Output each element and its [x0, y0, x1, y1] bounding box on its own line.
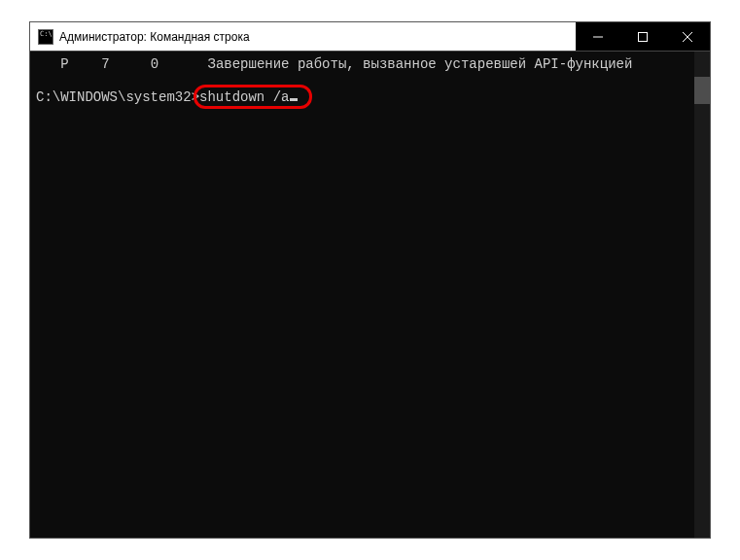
command-input[interactable]: shutdown /a	[199, 88, 298, 106]
terminal-output[interactable]: P 7 0 Завершение работы, вызванное устар…	[30, 52, 710, 538]
scrollbar-thumb[interactable]	[694, 77, 710, 104]
window-controls	[576, 22, 710, 51]
maximize-button[interactable]	[620, 22, 665, 51]
output-line: P 7 0 Завершение работы, вызванное устар…	[36, 55, 704, 73]
minimize-button[interactable]	[576, 22, 620, 51]
cmd-icon: C:\	[38, 29, 53, 45]
svg-rect-1	[639, 32, 648, 41]
titlebar[interactable]: C:\ Администратор: Командная строка	[30, 22, 710, 52]
scrollbar[interactable]	[694, 52, 710, 538]
prompt-path: C:\WINDOWS\system32>	[36, 88, 199, 106]
cursor-icon	[290, 98, 298, 101]
prompt-line: C:\WINDOWS\system32>shutdown /a	[36, 88, 704, 106]
close-button[interactable]	[665, 22, 710, 51]
command-prompt-window: C:\ Администратор: Командная строка P 7 …	[29, 21, 711, 539]
window-title: Администратор: Командная строка	[59, 30, 576, 44]
